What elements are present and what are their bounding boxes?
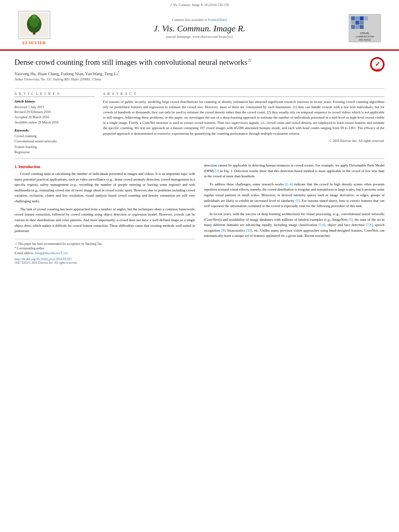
intro-para5: In recent years, with the success of dee… [204, 212, 385, 239]
article-info-abstract: A R T I C L E I N F O Article history: R… [14, 92, 385, 155]
copyright-line: © 2016 Elsevier Inc. All rights reserved… [103, 139, 385, 143]
body-col-right: detection cannot be applicable in detect… [204, 163, 385, 265]
keywords-section: Keywords: Crowd counting Convolutional n… [14, 128, 95, 155]
journal-header: J. Vis. Commun. Image R. 38 (2016) 530–5… [0, 0, 399, 49]
keywords-label: Keywords: [14, 128, 95, 132]
article-history: Article history: Received 1 July 2015 Re… [14, 99, 95, 125]
keyword-4: Regression [14, 150, 95, 155]
paper-authors: Yaocong Hu, Huan Chang, Fudong Nian, Yan… [14, 70, 366, 76]
intro-para2: The task of crowd counting has been appr… [14, 207, 195, 234]
svg-text:VISUAL: VISUAL [360, 31, 370, 34]
svg-text:CrossMark: CrossMark [372, 68, 383, 70]
footnote-1: ☆ This paper has been recommended for ac… [14, 242, 195, 246]
svg-rect-14 [360, 21, 364, 25]
svg-rect-8 [351, 16, 355, 20]
svg-text:✓: ✓ [375, 61, 380, 68]
paper-affiliation: Anhui University, No. 111 Jiulong RD, He… [14, 77, 366, 81]
intro-para4: To address these challenges, some resear… [204, 182, 385, 209]
paper-title-text: Dense crowd counting from still images w… [14, 57, 366, 84]
svg-point-4 [27, 23, 31, 27]
intro-para1: Crowd counting aims at calculating the n… [14, 171, 195, 204]
crossmark-badge: ✓ CrossMark [370, 57, 385, 72]
abstract-col: A B S T R A C T For reasons of public se… [103, 92, 385, 155]
svg-rect-12 [351, 21, 355, 25]
doi-line: http://dx.doi.org/10.1016/j.jvcir.2016.0… [14, 257, 195, 261]
body-two-col: 1. Introduction Crowd counting aims at c… [14, 163, 385, 265]
divider-2 [14, 158, 385, 159]
paper-title: Dense crowd counting from still images w… [14, 57, 366, 68]
svg-point-5 [38, 23, 41, 27]
title-star: ☆ [247, 57, 252, 63]
revised-date: Revised 29 February 2016 [14, 109, 95, 115]
sciencedirect-line: Contents lists available at ScienceDirec… [56, 18, 343, 22]
svg-rect-13 [356, 21, 360, 25]
svg-text:COMMUNICATION: COMMUNICATION [356, 35, 374, 38]
footnote-email: E-mail address: liteng@ahu.edu.cn (T. Li… [14, 251, 195, 256]
elsevier-tree-image [18, 11, 50, 39]
paper-content: Dense crowd counting from still images w… [0, 51, 399, 273]
journal-main-title: J. Vis. Commun. Image R. [56, 23, 343, 34]
available-date: Available online 29 March 2016 [14, 120, 95, 125]
abstract-header: A B S T R A C T [103, 92, 385, 97]
journal-title-center: Contents lists available at ScienceDirec… [56, 18, 343, 39]
svg-rect-16 [356, 25, 360, 29]
sciencedirect-link[interactable]: ScienceDirect [208, 18, 227, 22]
svg-rect-17 [360, 25, 364, 29]
svg-rect-9 [356, 16, 360, 20]
body-col-left: 1. Introduction Crowd counting aims at c… [14, 163, 195, 265]
author-star: * [118, 70, 120, 74]
top-citation: J. Vis. Commun. Image R. 38 (2016) 530–5… [8, 3, 391, 7]
svg-text:AND IMAGE: AND IMAGE [359, 39, 371, 41]
elsevier-logo: ELSEVIER [12, 11, 56, 45]
svg-point-6 [32, 15, 36, 19]
visual-logo-image: VISUAL COMMUNICATION AND IMAGE [349, 14, 381, 42]
received-date: Received 1 July 2015 [14, 105, 95, 110]
keyword-3: Feature learning [14, 144, 95, 150]
history-label: Article history: [14, 99, 95, 103]
abstract-text: For reasons of public security, modeling… [103, 99, 385, 136]
article-info-col: A R T I C L E I N F O Article history: R… [14, 92, 95, 155]
section1-title: 1. Introduction [14, 164, 195, 169]
intro-para3: detection cannot be applicable in detect… [204, 163, 385, 179]
svg-rect-11 [364, 16, 368, 20]
visual-logo: VISUAL COMMUNICATION AND IMAGE [343, 14, 387, 42]
svg-rect-10 [360, 16, 364, 20]
issn-line: 1047-3203/© 2016 Elsevier Inc. All right… [14, 261, 195, 265]
keyword-2: Convolutional neural networks [14, 139, 95, 144]
elsevier-brand-text: ELSEVIER [23, 41, 46, 45]
svg-rect-15 [351, 25, 355, 29]
journal-homepage: journal homepage: www.elsevier.com/locat… [56, 35, 343, 39]
article-info-header: A R T I C L E I N F O [14, 92, 95, 97]
divider-1 [14, 88, 385, 89]
page-wrapper: J. Vis. Commun. Image R. 38 (2016) 530–5… [0, 0, 399, 273]
accepted-date: Accepted 20 March 2016 [14, 115, 95, 120]
keyword-1: Crowd counting [14, 134, 95, 139]
footnote-2: * Corresponding author. [14, 246, 195, 251]
paper-title-section: Dense crowd counting from still images w… [14, 57, 385, 84]
footnotes: ☆ This paper has been recommended for ac… [14, 239, 195, 265]
